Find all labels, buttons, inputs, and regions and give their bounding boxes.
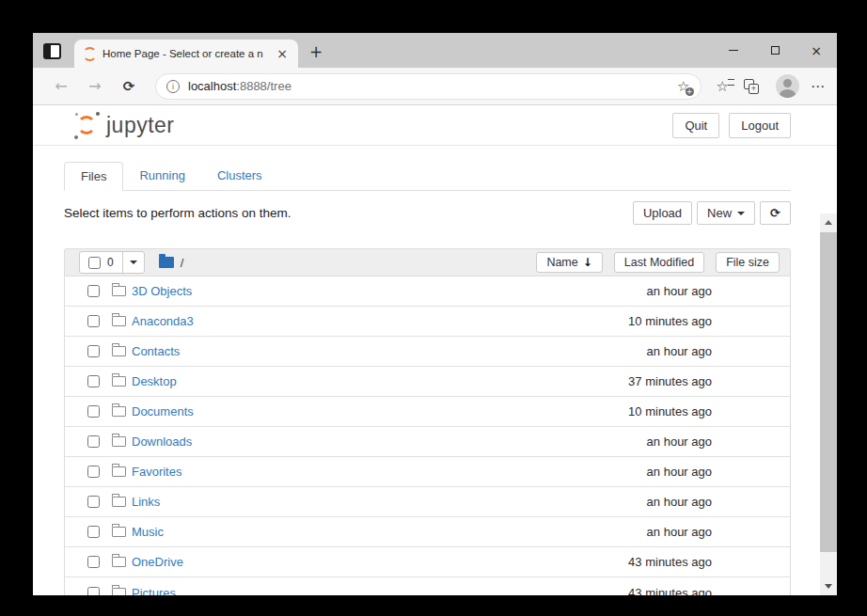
file-link[interactable]: Pictures bbox=[132, 586, 176, 596]
url-text: localhost:8888/tree bbox=[188, 79, 292, 93]
scroll-up-icon[interactable] bbox=[825, 220, 832, 225]
table-row: 3D Objects an hour ago bbox=[65, 276, 790, 307]
row-checkbox[interactable] bbox=[87, 587, 100, 596]
file-link[interactable]: Music bbox=[132, 525, 164, 539]
row-checkbox[interactable] bbox=[87, 556, 100, 568]
address-bar[interactable]: i localhost:8888/tree ☆+ bbox=[155, 73, 701, 100]
new-tab-button[interactable]: + bbox=[309, 42, 323, 61]
table-row: Music an hour ago bbox=[65, 517, 790, 547]
content-container: Files Running Clusters Select items to p… bbox=[64, 162, 791, 595]
forward-icon[interactable]: → bbox=[83, 77, 107, 95]
file-list: 3D Objects an hour ago Anaconda3 10 minu… bbox=[64, 276, 791, 595]
last-modified-text: an hour ago bbox=[647, 284, 712, 298]
browser-menu-icon[interactable]: ⋯ bbox=[811, 78, 826, 95]
folder-icon bbox=[112, 406, 126, 417]
logout-button[interactable]: Logout bbox=[729, 113, 791, 138]
collections-icon[interactable]: + bbox=[744, 79, 759, 94]
jupyter-logo-icon bbox=[73, 111, 102, 139]
last-modified-text: 10 minutes ago bbox=[628, 404, 712, 419]
upload-button[interactable]: Upload bbox=[633, 201, 692, 225]
scroll-down-icon[interactable] bbox=[825, 584, 832, 589]
tab-actions-menu-icon[interactable] bbox=[43, 43, 61, 59]
sort-modified-button[interactable]: Last Modified bbox=[614, 252, 704, 273]
jupyter-header: jupyter Quit Logout bbox=[33, 105, 837, 146]
profile-avatar[interactable] bbox=[776, 74, 799, 98]
tab-clusters[interactable]: Clusters bbox=[201, 162, 278, 190]
tab-running[interactable]: Running bbox=[123, 162, 200, 190]
row-checkbox[interactable] bbox=[87, 405, 100, 418]
url-path: :8888/tree bbox=[236, 79, 292, 93]
breadcrumb-root[interactable]: / bbox=[181, 256, 184, 270]
row-checkbox[interactable] bbox=[87, 466, 100, 478]
chevron-down-icon bbox=[737, 212, 745, 215]
select-all-control[interactable]: 0 bbox=[80, 252, 123, 273]
reload-icon[interactable]: ⟳ bbox=[117, 78, 141, 95]
table-row: OneDrive 43 minutes ago bbox=[65, 547, 790, 577]
favorites-list-icon[interactable]: ☆ bbox=[717, 78, 729, 95]
row-checkbox[interactable] bbox=[87, 496, 100, 508]
maximize-button[interactable] bbox=[754, 33, 796, 68]
sort-name-button[interactable]: Name↓ bbox=[536, 252, 602, 273]
minimize-button[interactable] bbox=[713, 33, 754, 68]
folder-icon bbox=[112, 588, 126, 596]
refresh-button[interactable]: ⟳ bbox=[760, 201, 791, 225]
back-icon[interactable]: ← bbox=[49, 77, 73, 95]
selected-count: 0 bbox=[107, 256, 114, 269]
jupyter-favicon-icon bbox=[83, 47, 97, 61]
root-folder-icon[interactable] bbox=[159, 257, 174, 268]
folder-icon bbox=[112, 466, 126, 477]
sort-descending-icon: ↓ bbox=[583, 256, 592, 269]
select-all-group: 0 bbox=[79, 251, 145, 274]
file-link[interactable]: Contacts bbox=[132, 344, 180, 358]
browser-tab[interactable]: Home Page - Select or create a n × bbox=[74, 39, 298, 68]
select-all-checkbox[interactable] bbox=[88, 257, 101, 269]
table-row: Links an hour ago bbox=[65, 487, 790, 517]
file-link[interactable]: Links bbox=[132, 495, 160, 509]
jupyter-logo-text: jupyter bbox=[106, 113, 175, 138]
row-checkbox[interactable] bbox=[87, 345, 100, 357]
window-controls: × bbox=[713, 33, 837, 68]
folder-icon bbox=[112, 346, 126, 356]
tab-files[interactable]: Files bbox=[64, 162, 123, 191]
maximize-icon bbox=[771, 46, 780, 55]
row-checkbox[interactable] bbox=[87, 315, 100, 327]
file-link[interactable]: 3D Objects bbox=[132, 284, 192, 298]
table-row: Pictures 43 minutes ago bbox=[65, 577, 790, 595]
site-info-icon[interactable]: i bbox=[166, 80, 180, 93]
sort-size-button[interactable]: File size bbox=[716, 252, 780, 273]
row-checkbox[interactable] bbox=[87, 526, 100, 538]
table-row: Downloads an hour ago bbox=[65, 427, 790, 457]
file-link[interactable]: Desktop bbox=[132, 374, 177, 388]
new-dropdown-button[interactable]: New bbox=[697, 201, 755, 225]
sort-buttons: Name↓ Last Modified File size bbox=[536, 252, 780, 273]
browser-window: Home Page - Select or create a n × + × ←… bbox=[33, 33, 837, 595]
last-modified-text: an hour ago bbox=[647, 434, 712, 449]
file-link[interactable]: Favorites bbox=[132, 465, 181, 479]
close-button[interactable]: × bbox=[796, 33, 837, 68]
action-row: Select items to perform actions on them.… bbox=[64, 201, 791, 225]
page-scrollbar[interactable] bbox=[820, 213, 837, 595]
file-link[interactable]: Anaconda3 bbox=[132, 314, 194, 328]
table-row: Documents 10 minutes ago bbox=[65, 397, 790, 427]
last-modified-text: an hour ago bbox=[647, 465, 712, 479]
row-checkbox[interactable] bbox=[87, 435, 100, 448]
minimize-icon bbox=[729, 50, 738, 51]
file-link[interactable]: OneDrive bbox=[132, 555, 183, 569]
folder-icon bbox=[112, 316, 126, 326]
row-checkbox[interactable] bbox=[87, 285, 100, 297]
quit-button[interactable]: Quit bbox=[672, 113, 719, 138]
jupyter-page: jupyter Quit Logout Files Running Cluste… bbox=[33, 105, 837, 595]
select-filter-dropdown[interactable] bbox=[123, 252, 144, 273]
add-favorite-icon[interactable]: ☆+ bbox=[677, 78, 689, 95]
breadcrumb: / bbox=[159, 256, 184, 270]
jupyter-logo[interactable]: jupyter bbox=[73, 111, 175, 139]
hint-text: Select items to perform actions on them. bbox=[64, 206, 292, 220]
scrollbar-thumb[interactable] bbox=[820, 232, 837, 552]
last-modified-text: 37 minutes ago bbox=[628, 374, 712, 388]
folder-icon bbox=[112, 497, 126, 507]
row-checkbox[interactable] bbox=[87, 375, 100, 387]
tab-close-icon[interactable]: × bbox=[275, 46, 290, 61]
last-modified-text: 43 minutes ago bbox=[628, 555, 712, 569]
file-link[interactable]: Downloads bbox=[132, 434, 192, 449]
file-link[interactable]: Documents bbox=[132, 404, 194, 419]
